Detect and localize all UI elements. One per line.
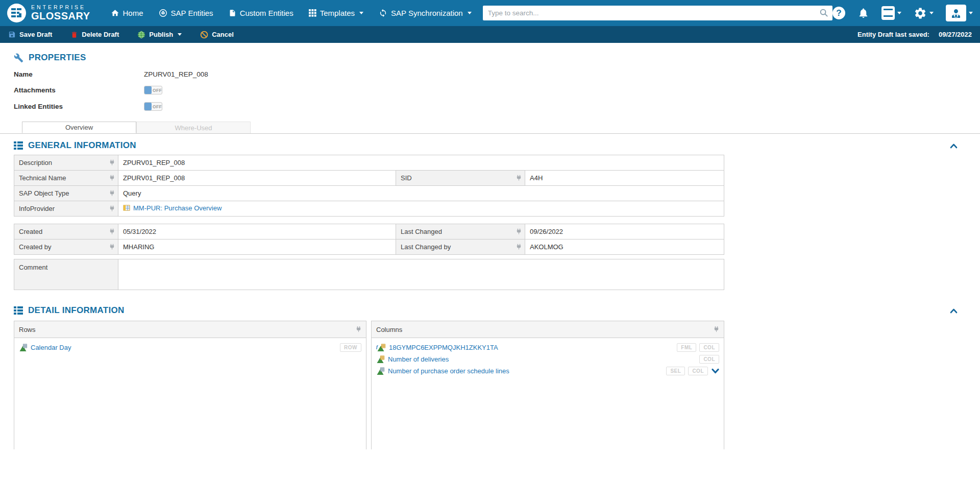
nav-templates[interactable]: Templates <box>309 9 363 17</box>
comment-table: Comment <box>14 259 724 290</box>
cancel-label: Cancel <box>212 31 234 38</box>
publish-button[interactable]: Publish <box>137 31 182 39</box>
linked-entities-label: Linked Entities <box>14 103 144 110</box>
sap-object-type-label: SAP Object Type <box>19 189 69 197</box>
column-item-link[interactable]: Number of purchase order schedule lines <box>388 367 509 375</box>
plug-icon <box>516 228 522 235</box>
sid-value: A4H <box>525 171 724 186</box>
list-item: f 18GYMPC6EXPPMQJKH1ZKKY1TA FML COL <box>376 342 719 353</box>
properties-section: PROPERTIES Name ZPURV01_REP_008 Attachme… <box>14 53 980 111</box>
global-search <box>483 6 832 20</box>
logo-icon <box>7 4 26 22</box>
row-item-link[interactable]: Calendar Day <box>31 344 71 351</box>
linked-entities-toggle[interactable]: OFF <box>144 102 162 111</box>
comment-value[interactable] <box>118 259 724 290</box>
created-by-value: MHARING <box>118 240 396 255</box>
name-label: Name <box>14 70 144 78</box>
cancel-button[interactable]: Cancel <box>200 31 234 39</box>
rows-panel-header: Rows <box>19 326 36 333</box>
help-button[interactable]: ? <box>832 7 845 19</box>
last-saved-date: 09/27/2022 <box>939 31 972 38</box>
tab-overview[interactable]: Overview <box>22 122 136 133</box>
rows-panel: Rows Calendar Day <box>14 321 366 449</box>
nav-custom-entities[interactable]: Custom Entities <box>229 9 293 17</box>
nav-custom-entities-label: Custom Entities <box>240 9 293 17</box>
general-info-table-2: Created 05/31/2022 Last Changed 09/26/20… <box>14 224 724 255</box>
name-value: ZPURV01_REP_008 <box>144 70 208 78</box>
col-badge: COL <box>699 343 719 352</box>
chevron-down-icon <box>969 12 973 14</box>
home-icon <box>111 9 119 17</box>
detail-information-title: DETAIL INFORMATION <box>28 305 125 316</box>
tab-where-used[interactable]: Where-Used <box>136 122 251 133</box>
notifications-button[interactable] <box>857 7 869 19</box>
properties-title: PROPERTIES <box>29 53 86 63</box>
plug-icon <box>109 228 115 235</box>
infoprovider-link[interactable]: MM-PUR: Purchase Overview <box>123 204 222 212</box>
user-menu-button[interactable] <box>946 5 973 21</box>
attachments-label: Attachments <box>14 86 144 94</box>
delete-draft-button[interactable]: Delete Draft <box>70 31 119 39</box>
draft-toolbar: Save Draft Delete Draft Publish Cancel E… <box>0 26 980 43</box>
search-input[interactable] <box>483 6 832 20</box>
chevron-down-icon <box>468 12 472 14</box>
settings-menu-button[interactable] <box>914 7 934 20</box>
columns-panel: Columns f 18GYMPC6EXPPMQJKH <box>371 321 724 449</box>
table-row: Created 05/31/2022 Last Changed 09/26/20… <box>14 224 724 240</box>
column-item-link[interactable]: Number of deliveries <box>388 355 449 363</box>
collapse-detail-button[interactable] <box>950 308 958 314</box>
linked-entities-toggle-state: OFF <box>153 104 162 109</box>
table-row: InfoProvider MM-PUR: Purchase Overview <box>14 201 724 217</box>
wrench-icon <box>14 53 23 63</box>
plug-icon <box>356 326 361 333</box>
last-saved-label: Entity Draft last saved: <box>857 31 929 38</box>
last-changed-by-value: AKOLMOG <box>525 240 724 255</box>
table-row: SAP Object Type Query <box>14 186 724 201</box>
delete-draft-label: Delete Draft <box>82 31 119 38</box>
save-draft-button[interactable]: Save Draft <box>8 31 52 38</box>
list-item: Number of purchase order schedule lines … <box>376 365 719 377</box>
log-menu-button[interactable] <box>881 6 901 20</box>
created-by-label: Created by <box>19 243 52 251</box>
nav-home[interactable]: Home <box>111 9 143 17</box>
chevron-down-icon <box>897 12 901 14</box>
chevron-down-icon <box>178 33 182 36</box>
expand-item-button[interactable] <box>712 368 719 374</box>
measure-icon <box>376 355 384 364</box>
collapse-general-button[interactable] <box>950 143 958 149</box>
nav-sap-entities[interactable]: SAP Entities <box>159 9 213 17</box>
comment-label: Comment <box>19 264 47 271</box>
col-badge: COL <box>688 367 708 375</box>
col-badge: COL <box>699 355 719 364</box>
column-item-link[interactable]: 18GYMPC6EXPPMQJKH1ZKKY1TA <box>389 344 498 351</box>
nav-sap-synchronization[interactable]: SAP Synchronization <box>379 9 472 17</box>
publish-label: Publish <box>149 31 173 38</box>
bell-icon <box>857 7 869 19</box>
table-row: Created by MHARING Last Changed by AKOLM… <box>14 240 724 255</box>
attachments-toggle-state: OFF <box>153 88 162 93</box>
sel-badge: SEL <box>666 367 685 375</box>
plug-icon <box>516 244 522 250</box>
general-info-table-1: Description ZPURV01_REP_008 Technical Na… <box>14 155 724 217</box>
question-icon: ? <box>832 7 845 19</box>
toggle-knob <box>144 103 152 110</box>
chevron-down-icon <box>929 12 934 14</box>
chevron-down-icon <box>359 12 363 14</box>
list-item: Number of deliveries COL <box>376 353 719 365</box>
app-logo[interactable]: ENTERPRISE GLOSSARY <box>7 4 90 22</box>
top-navbar: ENTERPRISE GLOSSARY Home SAP Entities <box>0 0 980 26</box>
plug-icon <box>714 326 719 333</box>
infoprovider-link-label: MM-PUR: Purchase Overview <box>133 204 222 212</box>
plug-icon <box>516 175 522 181</box>
attachments-toggle[interactable]: OFF <box>144 86 162 94</box>
sap-entities-icon <box>159 9 167 17</box>
cancel-icon <box>200 31 208 39</box>
technical-name-value: ZPURV01_REP_008 <box>118 171 396 186</box>
nav-sap-entities-label: SAP Entities <box>171 9 213 17</box>
description-label: Description <box>19 159 52 166</box>
table-row: Description ZPURV01_REP_008 <box>14 155 724 171</box>
svg-text:f: f <box>376 344 378 349</box>
nav-home-label: Home <box>123 9 143 17</box>
search-icon[interactable] <box>819 8 829 18</box>
brand-line-2: GLOSSARY <box>31 11 90 21</box>
